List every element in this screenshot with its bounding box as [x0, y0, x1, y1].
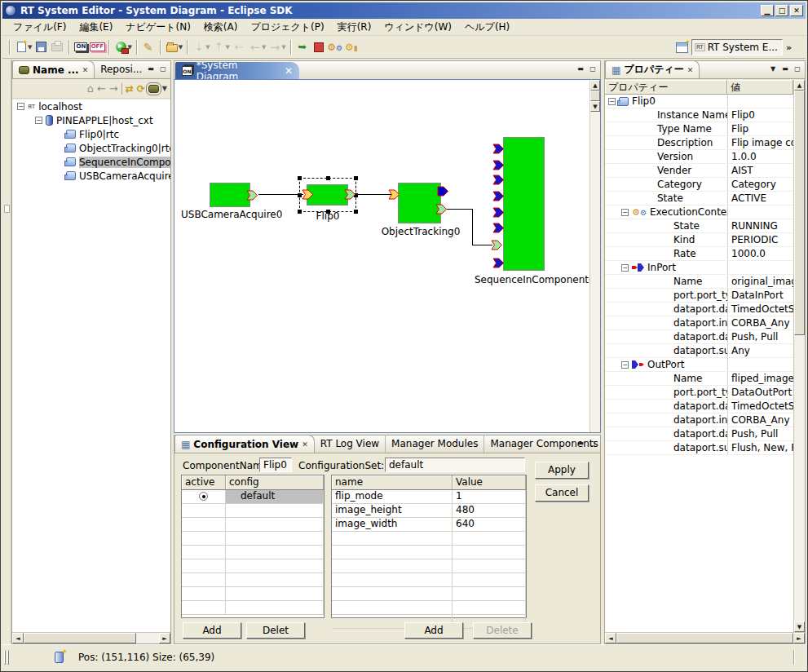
usb-outport[interactable]	[246, 189, 258, 201]
scroll-up-icon[interactable]: ▲	[590, 80, 600, 91]
perspective-overflow-chevron[interactable]: »	[786, 42, 792, 53]
property-row[interactable]: port.port_typeDataInPort	[605, 289, 793, 303]
previous-annotation-button[interactable]: ⇡	[211, 39, 227, 55]
open-perspective-icon[interactable]	[676, 42, 688, 53]
col-active[interactable]: active	[182, 475, 226, 489]
seq-inport-2[interactable]	[492, 159, 505, 171]
col-config[interactable]: config	[226, 475, 324, 489]
back-icon[interactable]: ←	[97, 82, 106, 95]
editor-maximize-icon[interactable]: ▢	[588, 64, 598, 73]
component-sequenceincomponent0[interactable]	[503, 137, 545, 271]
menu-navigate[interactable]: ナビゲート(N)	[120, 19, 196, 36]
seq-inport-4[interactable]	[492, 190, 505, 202]
profile-gears-button[interactable]: ⚙▮	[343, 39, 360, 55]
cancel-button[interactable]: Cancel	[535, 484, 589, 502]
property-row[interactable]: dataport.data_TimedOctetSeq	[605, 400, 793, 413]
apply-button[interactable]: Apply	[535, 462, 589, 479]
preferences-gears-button[interactable]: ⚙⚙	[327, 39, 343, 55]
property-row[interactable]: Instance NameFlip0	[605, 108, 793, 122]
editor-close-icon[interactable]: ✕	[285, 65, 293, 77]
tab-system-diagram[interactable]: ON *System Diagram ✕	[175, 62, 299, 79]
forward-button[interactable]: →	[267, 39, 283, 55]
connection-object-seq-h1[interactable]	[447, 209, 473, 210]
object-inport[interactable]	[388, 188, 400, 201]
external-tools-button[interactable]: ✎	[140, 39, 157, 55]
explorer-hscrollbar[interactable]: ◄ ►	[12, 632, 170, 643]
seq-inport-1[interactable]	[492, 143, 505, 155]
tab-close-icon[interactable]: ✕	[82, 66, 89, 74]
seq-inport-5[interactable]	[492, 206, 505, 219]
property-row[interactable]: DescriptionFlip image comp	[605, 136, 793, 150]
last-edit-location-button[interactable]: ⇠	[231, 39, 247, 55]
scroll-left-icon[interactable]: ◄	[12, 633, 24, 643]
tab-close-icon[interactable]: ✕	[687, 66, 694, 74]
property-row[interactable]: StateACTIVE	[605, 192, 793, 206]
connection-usb-flip[interactable]	[258, 194, 303, 195]
view-maximize-icon[interactable]: ▢	[588, 439, 598, 448]
view-minimize-icon[interactable]: ▬	[780, 64, 790, 73]
scroll-right-icon[interactable]: ►	[793, 633, 805, 643]
seq-inport-7-connected[interactable]	[491, 239, 503, 251]
menu-file[interactable]: ファイル(F)	[7, 19, 72, 36]
tab-manager-modules[interactable]: Manager Modules	[385, 435, 483, 453]
tree-item-sequenceincomponent[interactable]: SequenceInComponent	[12, 155, 170, 169]
property-row[interactable]: VenderAIST	[605, 164, 793, 178]
back-button[interactable]: ←	[247, 39, 263, 55]
tree-item-objecttracking0[interactable]: ObjectTracking0|rtc	[12, 141, 170, 155]
active-radio[interactable]	[199, 492, 208, 501]
col-property[interactable]: プロパティー	[605, 80, 727, 94]
add-parameter-button[interactable]: Add	[404, 622, 463, 639]
seq-inport-8[interactable]	[492, 257, 505, 269]
open-type-button[interactable]	[164, 39, 180, 55]
scroll-thumb[interactable]	[590, 91, 600, 101]
view-menu-chevron[interactable]: ▼	[162, 85, 167, 92]
collapse-icon[interactable]: −	[621, 264, 629, 272]
menu-window[interactable]: ウィンドウ(W)	[378, 19, 457, 36]
minimize-button[interactable]: ▁	[761, 5, 774, 16]
col-name[interactable]: name	[332, 475, 453, 489]
view-menu-chevron[interactable]: ▼	[768, 64, 778, 73]
status-grip[interactable]	[4, 650, 6, 665]
all-deactivate-button[interactable]: OFF	[89, 39, 105, 55]
param-row-image-height[interactable]: image_height 480	[332, 504, 526, 518]
property-row[interactable]: dataport.subsFlush, New, Per	[605, 441, 793, 455]
property-row[interactable]: Version1.0.0	[605, 150, 793, 164]
object-outport[interactable]	[435, 203, 448, 215]
param-row-flip-mode[interactable]: flip_mode 1	[332, 490, 526, 504]
scroll-up-icon[interactable]: ▲	[794, 80, 805, 91]
back-dropdown[interactable]: ▼	[262, 44, 266, 51]
tree-item-localhost[interactable]: − ЯT localhost	[12, 99, 170, 113]
property-row[interactable]: Nameoriginal_image	[605, 275, 793, 289]
view-maximize-icon[interactable]: ▢	[158, 64, 168, 73]
tab-rt-log-view[interactable]: RT Log View	[315, 435, 385, 453]
property-row[interactable]: KindPERIODIC	[605, 233, 793, 247]
forward-dropdown[interactable]: ▼	[281, 44, 285, 51]
col-value[interactable]: 値	[727, 80, 793, 94]
menu-project[interactable]: プロジェクト(P)	[245, 19, 329, 36]
param-row-image-width[interactable]: image_width 640	[332, 518, 526, 532]
previous-annotation-dropdown[interactable]: ▼	[226, 44, 230, 51]
config-set-row-default[interactable]: default	[182, 490, 324, 504]
next-annotation-button[interactable]: ⇣	[191, 39, 207, 55]
connect-icon[interactable]: ⇄	[126, 83, 134, 95]
flip-outport[interactable]	[344, 188, 356, 201]
menu-edit[interactable]: 編集(E)	[73, 19, 118, 36]
add-name-server-icon[interactable]	[148, 85, 159, 93]
connection-flip-object[interactable]	[357, 194, 391, 195]
connection-object-seq-v[interactable]	[472, 209, 473, 245]
property-row[interactable]: Namefliped_image	[605, 372, 793, 386]
collapse-icon[interactable]: −	[621, 209, 629, 216]
perspective-rt-system-editor[interactable]: RT RT System E...	[691, 39, 783, 55]
tab-name-service[interactable]: Name ... ✕	[12, 60, 95, 78]
scroll-down-icon[interactable]: ▼	[794, 621, 805, 632]
collapse-icon[interactable]: −	[621, 361, 629, 369]
all-activate-button[interactable]: ON	[73, 39, 89, 55]
property-row[interactable]: Type NameFlip	[605, 122, 793, 136]
tab-configuration-view[interactable]: ▦ Configuration View ✕	[174, 435, 315, 453]
seq-inport-6[interactable]	[492, 222, 505, 234]
collapse-icon[interactable]: −	[17, 103, 24, 110]
property-row[interactable]: dataport.datatPush, Pull	[605, 330, 793, 344]
open-rt-system-button[interactable]: ➥	[294, 39, 311, 55]
menu-run[interactable]: 実行(R)	[332, 19, 378, 36]
properties-hscrollbar[interactable]: ◄ ►	[605, 632, 805, 643]
